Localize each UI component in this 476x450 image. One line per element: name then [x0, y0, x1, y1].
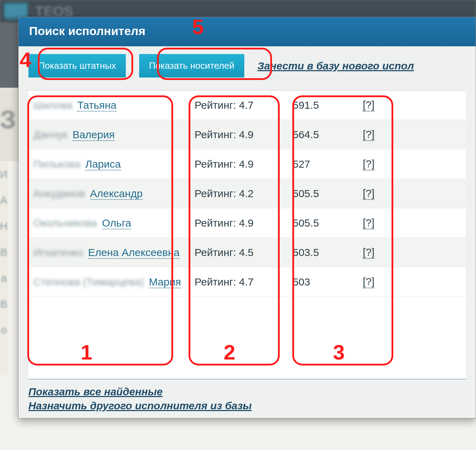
performer-score: 591.5	[293, 99, 352, 111]
add-new-performer-link[interactable]: Занести в базу нового испол	[258, 60, 414, 72]
performer-surname-masked: Анкудинов	[33, 188, 85, 199]
show-staff-button[interactable]: Показать штатных	[28, 54, 126, 78]
bottom-links: Показать все найденные Назначить другого…	[28, 379, 466, 415]
performer-given-name-link[interactable]: Валерия	[73, 129, 115, 141]
top-controls: Показать штатных Показать носителей Зане…	[28, 54, 466, 78]
performer-score: 564.5	[293, 129, 352, 141]
performer-score: 505.5	[293, 188, 352, 200]
score-help-link[interactable]: [?]	[363, 99, 374, 112]
bg-large-letter: З	[0, 105, 16, 134]
performer-given-name-link[interactable]: Татьяна	[77, 99, 116, 112]
result-row: Окольникова ОльгаРейтинг: 4.9505.5[?]	[28, 208, 466, 238]
performer-given-name-link[interactable]: Александр	[90, 188, 143, 200]
performer-surname-masked: Степнова (Тимарцева)	[33, 276, 144, 288]
score-help-link[interactable]: [?]	[363, 276, 374, 288]
performer-surname-masked: Пилькова	[33, 158, 80, 170]
result-row: Анкудинов АлександрРейтинг: 4.2505.5[?]	[28, 179, 466, 208]
performer-score: 527	[293, 158, 352, 170]
performer-search-modal: Поиск исполнителя Показать штатных Показ…	[18, 17, 476, 418]
performer-name[interactable]: Шилова Татьяна	[33, 98, 184, 112]
performer-rating: Рейтинг: 4.2	[195, 188, 282, 200]
show-native-button[interactable]: Показать носителей	[139, 54, 244, 78]
assign-other-link[interactable]: Назначить другого исполнителя из базы	[28, 400, 466, 412]
performer-rating: Рейтинг: 4.9	[195, 158, 282, 170]
result-row: Пилькова ЛарисаРейтинг: 4.9527[?]	[28, 149, 466, 179]
performer-name[interactable]: Окольникова Ольга	[33, 216, 184, 230]
show-all-found-link[interactable]: Показать все найденные	[28, 386, 466, 398]
performer-score: 503	[293, 276, 352, 288]
performer-given-name-link[interactable]: Елена Алексеевна	[88, 247, 179, 259]
bg-left-strip: ИАНВаВо	[0, 161, 8, 375]
performer-given-name-link[interactable]: Ольга	[102, 217, 131, 229]
performer-surname-masked: Шилова	[33, 99, 72, 111]
performer-rating: Рейтинг: 4.7	[195, 99, 282, 111]
result-row: Шилова ТатьянаРейтинг: 4.7591.5[?]	[28, 90, 466, 120]
performer-rating: Рейтинг: 4.9	[195, 217, 282, 229]
score-help-link[interactable]: [?]	[363, 246, 374, 259]
result-row: Степнова (Тимарцева) МарияРейтинг: 4.750…	[28, 267, 466, 297]
performer-score: 505.5	[293, 217, 352, 229]
modal-body: Показать штатных Показать носителей Зане…	[19, 46, 476, 418]
performer-given-name-link[interactable]: Мария	[149, 276, 181, 288]
result-row: Игнатенко Елена АлексеевнаРейтинг: 4.550…	[28, 238, 466, 267]
score-help-link[interactable]: [?]	[363, 187, 374, 200]
score-help-link[interactable]: [?]	[363, 158, 374, 170]
performer-name[interactable]: Данчук Валерия	[33, 128, 184, 141]
performer-surname-masked: Окольникова	[33, 217, 97, 229]
performer-name[interactable]: Игнатенко Елена Алексеевна	[33, 246, 184, 259]
performer-name[interactable]: Анкудинов Александр	[33, 187, 184, 200]
performer-rating: Рейтинг: 4.7	[195, 276, 282, 288]
performer-surname-masked: Игнатенко	[33, 247, 83, 258]
performer-score: 503.5	[293, 247, 352, 258]
performer-surname-masked: Данчук	[33, 129, 67, 140]
score-help-link[interactable]: [?]	[363, 128, 374, 141]
performer-name[interactable]: Степнова (Тимарцева) Мария	[33, 275, 184, 289]
score-help-link[interactable]: [?]	[363, 217, 374, 229]
performer-given-name-link[interactable]: Лариса	[85, 158, 121, 170]
results-list: Шилова ТатьянаРейтинг: 4.7591.5[?]Данчук…	[28, 90, 466, 379]
performer-name[interactable]: Пилькова Лариса	[33, 157, 184, 171]
modal-title: Поиск исполнителя	[19, 17, 476, 46]
performer-rating: Рейтинг: 4.9	[195, 129, 282, 141]
performer-rating: Рейтинг: 4.5	[195, 247, 282, 258]
result-row: Данчук ВалерияРейтинг: 4.9564.5[?]	[28, 120, 466, 149]
